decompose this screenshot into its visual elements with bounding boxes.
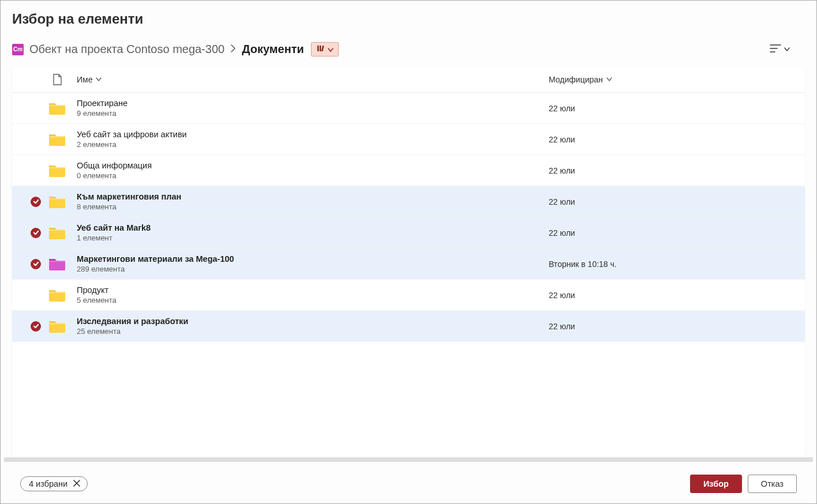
selection-chip[interactable]: 4 избрани	[20, 476, 88, 491]
item-modified: 22 юли	[549, 197, 575, 206]
item-subtitle: 9 елемента	[77, 109, 549, 118]
item-subtitle: 25 елемента	[77, 327, 549, 336]
breadcrumb-root[interactable]: Обект на проекта Contoso mega-300	[29, 43, 224, 56]
item-modified: 22 юли	[549, 104, 575, 113]
item-modified: 22 юли	[549, 322, 575, 331]
svg-rect-2	[321, 46, 324, 51]
breadcrumb-row: Cm Обект на проекта Contoso mega-300 Док…	[1, 29, 816, 67]
item-modified: 22 юли	[549, 135, 575, 144]
folder-icon	[46, 101, 69, 116]
item-name: Продукт	[77, 285, 549, 295]
column-header-name[interactable]: Име	[69, 75, 549, 84]
document-type-icon	[46, 74, 69, 85]
dialog-footer: 4 избрани Избор Отказ	[1, 462, 816, 503]
file-list: Име Модифициран Проектиране 9 елемента	[12, 67, 805, 457]
item-name: Уеб сайт за цифрови активи	[77, 130, 549, 139]
item-picker-dialog: Избор на елементи Cm Обект на проекта Co…	[0, 0, 817, 504]
horizontal-scrollbar[interactable]	[4, 457, 813, 462]
svg-rect-0	[317, 46, 319, 51]
row-checkbox[interactable]	[31, 228, 41, 238]
svg-rect-1	[320, 46, 321, 51]
folder-icon	[46, 257, 69, 272]
library-icon	[316, 44, 325, 55]
footer-buttons: Избор Отказ	[690, 475, 797, 493]
column-header-modified[interactable]: Модифициран	[549, 75, 791, 84]
row-checkbox[interactable]	[31, 134, 41, 145]
item-name: Обща информация	[77, 161, 549, 170]
row-checkbox[interactable]	[31, 321, 41, 332]
chevron-right-icon	[230, 44, 236, 54]
table-row[interactable]: Към маркетинговия план 8 елемента 22 юли	[12, 186, 805, 217]
table-row[interactable]: Продукт 5 елемента 22 юли	[12, 280, 805, 311]
item-subtitle: 289 елемента	[77, 265, 549, 273]
table-row[interactable]: Маркетингови материали за Mega-100 289 е…	[12, 249, 805, 280]
item-subtitle: 2 елемента	[77, 140, 549, 149]
column-header-row: Име Модифициран	[12, 67, 805, 93]
row-checkbox[interactable]	[31, 103, 41, 114]
column-header-name-label: Име	[77, 75, 92, 84]
row-checkbox[interactable]	[31, 259, 41, 269]
dialog-title: Избор на елементи	[12, 11, 805, 27]
table-row[interactable]: Обща информация 0 елемента 22 юли	[12, 155, 805, 186]
folder-icon	[46, 225, 69, 240]
breadcrumb-current: Документи	[242, 43, 304, 56]
item-subtitle: 0 елемента	[77, 171, 549, 180]
folder-icon	[46, 194, 69, 209]
table-row[interactable]: Проектиране 9 елемента 22 юли	[12, 93, 805, 124]
site-badge-icon: Cm	[12, 44, 24, 55]
chevron-down-icon	[96, 76, 102, 83]
library-dropdown[interactable]	[311, 42, 339, 57]
folder-icon	[46, 288, 69, 303]
row-checkbox[interactable]	[31, 166, 41, 176]
table-row[interactable]: Уеб сайт за цифрови активи 2 елемента 22…	[12, 124, 805, 155]
select-button[interactable]: Избор	[690, 475, 742, 493]
folder-icon	[46, 132, 69, 147]
clear-selection-icon[interactable]	[73, 479, 80, 488]
file-rows: Проектиране 9 елемента 22 юли Уеб сайт з…	[12, 93, 805, 342]
folder-icon	[46, 163, 69, 178]
item-name: Към маркетинговия план	[77, 192, 549, 201]
item-modified: 22 юли	[549, 228, 575, 238]
item-name: Проектиране	[77, 99, 549, 108]
filter-button[interactable]	[766, 40, 793, 59]
row-checkbox[interactable]	[31, 290, 41, 300]
filter-icon	[769, 43, 782, 55]
column-header-modified-label: Модифициран	[549, 75, 603, 84]
row-checkbox[interactable]	[31, 197, 41, 207]
breadcrumb: Cm Обект на проекта Contoso mega-300 Док…	[12, 42, 339, 57]
table-row[interactable]: Уеб сайт на Mark8 1 елемент 22 юли	[12, 217, 805, 249]
item-name: Маркетингови материали за Mega-100	[77, 254, 549, 264]
item-modified: Вторник в 10:18 ч.	[549, 259, 617, 269]
item-subtitle: 5 елемента	[77, 296, 549, 304]
chevron-down-icon	[328, 44, 333, 54]
chevron-down-icon	[784, 45, 790, 54]
item-name: Уеб сайт на Mark8	[77, 223, 549, 232]
item-subtitle: 8 елемента	[77, 202, 549, 211]
table-row[interactable]: Изследвания и разработки 25 елемента 22 …	[12, 311, 805, 342]
selection-count-label: 4 избрани	[29, 479, 68, 488]
folder-icon	[46, 319, 69, 334]
item-name: Изследвания и разработки	[77, 317, 549, 326]
chevron-down-icon	[606, 76, 612, 83]
item-modified: 22 юли	[549, 166, 575, 175]
item-subtitle: 1 елемент	[77, 234, 549, 242]
dialog-header: Избор на елементи	[1, 1, 816, 29]
cancel-button[interactable]: Отказ	[748, 475, 797, 493]
item-modified: 22 юли	[549, 291, 575, 300]
